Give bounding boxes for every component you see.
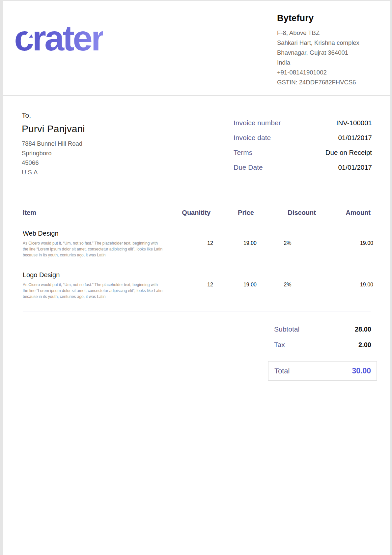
invoice-date-row: Invoice date 01/01/2017 xyxy=(234,133,372,142)
customer-address-line: Springboro xyxy=(22,148,85,158)
column-header-amount: Amount xyxy=(316,209,371,217)
company-address-line: India xyxy=(277,58,377,68)
logo-stencil-cut-r xyxy=(125,30,139,45)
invoice-page: crater Bytefury F-8, Above TBZ Sahkari H… xyxy=(3,1,390,555)
column-header-discount: Discount xyxy=(254,209,316,217)
subtotal-value: 28.00 xyxy=(355,326,371,333)
company-name: Bytefury xyxy=(277,13,377,23)
total-box: Total 30.00 xyxy=(268,361,377,381)
bill-to-block: To, Purvi Panjvani 7884 Bunnel Hill Road… xyxy=(22,111,85,177)
subtotal-row: Subtotal 28.00 xyxy=(268,325,377,333)
items-table: Item Quanitity Price Discount Amount Web… xyxy=(23,209,371,311)
item-description: As Cicero would put it, “Um, not so fast… xyxy=(23,282,164,300)
tax-row: Tax 2.00 xyxy=(268,341,377,349)
invoice-number-value: INV-100001 xyxy=(336,119,372,127)
tax-label: Tax xyxy=(274,341,285,349)
invoice-date-value: 01/01/2017 xyxy=(338,134,372,142)
item-cell: Web Design As Cicero would put it, “Um, … xyxy=(23,230,164,258)
company-address-line: F-8, Above TBZ xyxy=(277,28,377,38)
due-date-value: 01/01/2017 xyxy=(338,163,372,171)
crater-logo: crater xyxy=(14,20,103,56)
subtotal-label: Subtotal xyxy=(274,325,299,333)
items-table-header: Item Quanitity Price Discount Amount xyxy=(23,209,371,217)
invoice-meta: Invoice number INV-100001 Invoice date 0… xyxy=(234,118,372,177)
total-value: 30.00 xyxy=(352,366,371,375)
customer-address-line: 45066 xyxy=(22,158,85,167)
column-header-price: Price xyxy=(210,209,254,217)
column-header-quantity: Quanitity xyxy=(161,209,210,217)
terms-value: Due on Receipt xyxy=(325,149,372,157)
invoice-number-row: Invoice number INV-100001 xyxy=(234,118,372,128)
company-address-line: Sahkari Hart, Krishna complex xyxy=(277,38,377,48)
item-cell: Logo Design As Cicero would put it, “Um,… xyxy=(23,271,164,300)
terms-row: Terms Due on Receipt xyxy=(234,148,372,157)
due-date-label: Due Date xyxy=(234,162,263,172)
customer-address-line: U.S.A xyxy=(22,167,85,177)
company-info: Bytefury F-8, Above TBZ Sahkari Hart, Kr… xyxy=(277,13,377,87)
item-amount: 19.00 xyxy=(319,271,373,288)
to-label: To, xyxy=(22,111,85,119)
item-amount: 19.00 xyxy=(319,230,373,246)
due-date-row: Due Date 01/01/2017 xyxy=(234,162,372,172)
terms-label: Terms xyxy=(234,148,252,157)
customer-address-line: 7884 Bunnel Hill Road xyxy=(22,139,85,148)
info-section: To, Purvi Panjvani 7884 Bunnel Hill Road… xyxy=(3,96,390,177)
tax-value: 2.00 xyxy=(358,341,371,349)
item-quantity: 12 xyxy=(164,271,213,288)
item-quantity: 12 xyxy=(164,230,213,246)
total-label: Total xyxy=(274,367,290,375)
item-price: 19.00 xyxy=(213,271,257,288)
item-name: Web Design xyxy=(23,230,164,237)
item-discount: 2% xyxy=(257,230,319,246)
company-gstin: GSTIN: 24DDF7682FHVCS6 xyxy=(277,77,377,87)
item-name: Logo Design xyxy=(23,271,164,279)
invoice-number-label: Invoice number xyxy=(234,118,281,128)
company-phone: +91-08141901002 xyxy=(277,68,377,77)
totals-summary: Subtotal 28.00 Tax 2.00 Total 30.00 xyxy=(268,325,377,381)
table-bottom-divider xyxy=(23,311,371,311)
item-description: As Cicero would put it, “Um, not so fast… xyxy=(23,240,164,258)
column-header-item: Item xyxy=(23,209,161,217)
item-discount: 2% xyxy=(257,271,319,288)
table-row: Web Design As Cicero would put it, “Um, … xyxy=(23,230,371,258)
item-price: 19.00 xyxy=(213,230,257,246)
customer-name: Purvi Panjvani xyxy=(22,123,85,134)
invoice-date-label: Invoice date xyxy=(234,133,271,142)
invoice-header: crater Bytefury F-8, Above TBZ Sahkari H… xyxy=(3,1,390,96)
table-row: Logo Design As Cicero would put it, “Um,… xyxy=(23,271,371,300)
company-address-line: Bhavnagar, Gujrat 364001 xyxy=(277,48,377,58)
